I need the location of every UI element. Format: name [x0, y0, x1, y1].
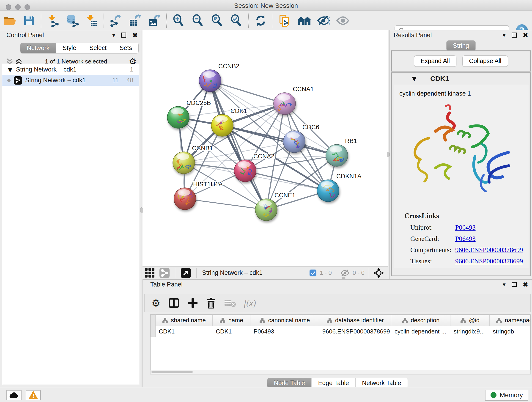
collapse-all-button[interactable]: Collapse All [462, 56, 508, 67]
crosslink-row: Tissues:9606.ENSP00000378699 [394, 257, 528, 265]
node-CDKN1A[interactable] [317, 180, 339, 202]
open-folder-icon [3, 14, 16, 27]
tab-style[interactable]: Style [56, 43, 83, 53]
scrollbar-thumb[interactable] [152, 370, 193, 373]
export-image-button[interactable] [145, 12, 164, 29]
edge-CCNB2-CCNA1[interactable] [210, 81, 285, 104]
crosslink-link[interactable]: 9606.ENSP00000378699 [455, 246, 528, 254]
tab-network[interactable]: Network [20, 43, 56, 53]
panel-menu-icon[interactable]: ▾ [112, 32, 115, 38]
save-session-button[interactable] [19, 12, 38, 29]
zoom-fit-button[interactable] [208, 12, 227, 29]
import-network-file-button[interactable] [44, 12, 63, 29]
column-header-description[interactable]: description [391, 315, 450, 326]
table-cell[interactable]: CDK1 [156, 328, 213, 335]
memory-button[interactable]: Memory [485, 390, 528, 401]
show-all-button[interactable] [333, 12, 352, 29]
column-header-namespace[interactable]: namespace [490, 315, 531, 326]
save-floppy-icon [22, 14, 35, 27]
column-header-canonical-name[interactable]: canonical name [250, 315, 319, 326]
apply-layout-button[interactable] [251, 12, 270, 29]
current-network-name: String Network – cdk1 [202, 269, 263, 276]
node-CCNB2[interactable] [199, 70, 221, 92]
panel-float-icon[interactable] [512, 32, 517, 38]
table-cell[interactable]: stringdb:9... [450, 328, 490, 335]
add-column-icon[interactable] [187, 298, 198, 308]
export-table-button[interactable] [126, 12, 145, 29]
panel-menu-icon[interactable]: ▾ [503, 281, 506, 288]
node-HIST1H1A[interactable] [174, 188, 196, 210]
new-network-from-selection-button[interactable] [275, 12, 295, 29]
table-cell[interactable]: stringdb [490, 328, 531, 335]
table-cell[interactable]: P06493 [250, 328, 319, 335]
table-options-gear-icon[interactable]: ⚙ [152, 297, 160, 309]
refresh-icon [254, 14, 267, 27]
table-row[interactable]: CDK1CDK1P064939606.ENSP00000378699cyclin… [151, 326, 530, 337]
panel-float-icon[interactable] [121, 32, 126, 38]
cloud-status-button[interactable] [6, 390, 22, 400]
edge-CCNB2-CCNE1[interactable] [210, 81, 266, 210]
node-CCNE1[interactable] [255, 199, 277, 221]
table-horizontal-scrollbar[interactable] [150, 370, 531, 375]
tab-sets[interactable]: Sets [113, 43, 138, 53]
export-network-button[interactable] [106, 12, 126, 29]
table-cell[interactable]: CDK1 [213, 328, 250, 335]
panel-float-icon[interactable] [512, 282, 517, 287]
node-CDC6[interactable] [283, 131, 305, 153]
right-splitter-handle[interactable] [387, 152, 389, 157]
import-table-file-button[interactable] [82, 12, 101, 29]
toolbar-separator [41, 13, 41, 28]
column-header-database-identifier[interactable]: database identifier [319, 315, 391, 326]
panel-menu-icon[interactable]: ▾ [503, 32, 506, 38]
column-header--id[interactable]: @id [450, 315, 490, 326]
node-label-CCNB1: CCNB1 [192, 145, 213, 152]
gene-expander-icon[interactable]: ▼ [412, 75, 417, 82]
crosslink-link[interactable]: 9606.ENSP00000378699 [455, 257, 528, 265]
tab-string[interactable]: String [447, 41, 476, 51]
memory-status-dot [491, 392, 496, 398]
tab-select[interactable]: Select [83, 43, 113, 53]
node-RB1[interactable] [326, 144, 348, 166]
node-gloss-highlight [321, 181, 334, 188]
warnings-button[interactable] [26, 390, 41, 400]
node-CCNA1[interactable] [273, 93, 296, 115]
first-neighbors-button[interactable] [295, 12, 314, 29]
node-CCNA2[interactable] [234, 160, 256, 182]
crosslink-link[interactable]: P06493 [455, 224, 528, 231]
node-CCNB1[interactable] [173, 152, 195, 174]
table-cell[interactable]: 9606.ENSP00000378699 [319, 328, 391, 335]
edge-HIST1H1A-CCNE1[interactable] [185, 199, 266, 210]
hidden-eye-icon[interactable] [340, 269, 349, 277]
zoom-selected-button[interactable] [227, 12, 246, 29]
show-eye-icon [336, 14, 349, 27]
zoom-in-button[interactable] [169, 12, 188, 29]
tree-expander-icon[interactable]: ▼ [8, 66, 12, 73]
birdseye-navigator-icon[interactable] [373, 267, 385, 279]
show-columns-icon[interactable] [168, 297, 180, 309]
edge-CCNA2-CDKN1A[interactable] [245, 171, 328, 191]
zoom-out-button[interactable] [188, 12, 208, 29]
horizontal-splitter-handle[interactable] [342, 277, 346, 279]
open-session-button[interactable] [0, 12, 19, 29]
network-collection-row[interactable]: ▼ String Network – cdk1 1 [2, 64, 139, 75]
crosslink-link[interactable]: P06493 [455, 235, 528, 242]
toolbar-separator [104, 13, 104, 28]
table-cell[interactable]: cyclin-dependent ... [391, 328, 450, 335]
expand-all-button[interactable]: Expand All [414, 56, 457, 67]
panel-close-icon[interactable]: ✖ [523, 31, 528, 39]
selected-checkbox-icon[interactable] [309, 269, 317, 277]
import-network-database-button[interactable] [63, 12, 82, 29]
node-CDC25B[interactable] [167, 106, 189, 128]
delete-column-icon[interactable] [206, 297, 216, 309]
network-row-selected[interactable]: String Network – cdk1 11 48 [2, 75, 139, 86]
column-header-name[interactable]: name [213, 315, 250, 326]
panel-close-icon[interactable]: ✖ [523, 281, 528, 288]
hide-selected-button[interactable] [314, 12, 333, 29]
left-splitter-handle[interactable] [140, 207, 143, 213]
node-CDK1[interactable] [211, 114, 233, 136]
network-canvas[interactable]: CCNB2CCNA1CDC25BCDK1CDC6RB1CCNB1CCNA2CDK… [143, 30, 388, 266]
panel-close-icon[interactable]: ✖ [132, 31, 138, 39]
control-panel-tabs: Network Style Select Sets [20, 43, 139, 53]
results-panel-title: Results Panel [394, 32, 432, 39]
column-header-shared-name[interactable]: shared name [156, 315, 213, 326]
